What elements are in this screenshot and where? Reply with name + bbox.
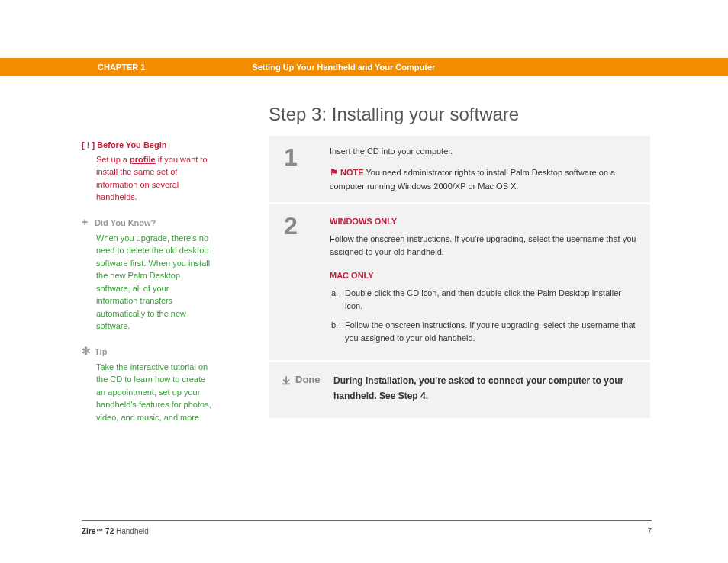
sidebar: [ ! ] Before You Begin Set up a profile … (82, 139, 211, 434)
alert-icon: [ ! ] (82, 140, 95, 150)
mac-a-text: Double-click the CD icon, and then doubl… (345, 287, 636, 313)
profile-link[interactable]: profile (130, 155, 156, 164)
dyk-heading: Did You Know? (95, 218, 156, 227)
did-you-know-block: + Did You Know? When you upgrade, there'… (82, 214, 211, 333)
windows-only-heading: WINDOWS ONLY (330, 215, 636, 228)
footer-product-rest: Handheld (114, 527, 149, 536)
steps-container: 1 Insert the CD into your computer. ⚑ NO… (269, 136, 650, 418)
windows-text: Follow the onscreen instructions. If you… (330, 233, 636, 259)
mac-item-a: a. Double-click the CD icon, and then do… (330, 287, 636, 313)
footer-page: 7 (647, 527, 652, 536)
letter-a: a. (331, 287, 345, 313)
tip-heading: Tip (95, 347, 107, 356)
mac-b-text: Follow the onscreen instructions. If you… (345, 319, 636, 345)
done-text: During installation, you're asked to con… (333, 373, 650, 404)
note-body: You need administrator rights to install… (330, 168, 615, 191)
footer-product-bold: Zire™ 72 (82, 527, 114, 536)
before-heading: Before You Begin (97, 140, 166, 150)
tip-block: ✻ Tip Take the interactive tutorial on t… (82, 343, 211, 424)
tip-text: Take the interactive tutorial on the CD … (96, 361, 211, 424)
asterisk-icon: ✻ (82, 343, 92, 359)
before-text: Set up a profile if you want to install … (96, 153, 211, 204)
letter-b: b. (331, 319, 345, 345)
done-arrow-icon (269, 373, 295, 387)
done-row: Done During installation, you're asked t… (269, 362, 650, 418)
done-label: Done (295, 373, 333, 385)
section-title: Setting Up Your Handheld and Your Comput… (252, 63, 435, 72)
step-2-number: 2 (269, 214, 330, 351)
page-title: Step 3: Installing your software (269, 104, 519, 125)
step-1-note: ⚑ NOTE You need administrator rights to … (330, 166, 636, 193)
note-label: NOTE (340, 168, 364, 177)
chapter-label: CHAPTER 1 (98, 63, 145, 72)
step-1-number: 1 (269, 145, 330, 193)
mac-item-b: b. Follow the onscreen instructions. If … (330, 319, 636, 345)
step-1-text: Insert the CD into your computer. (330, 145, 636, 158)
footer-product: Zire™ 72 Handheld (82, 527, 149, 536)
footer-divider (82, 520, 652, 521)
plus-icon: + (82, 214, 92, 230)
mac-only-heading: MAC ONLY (330, 269, 636, 282)
step-1: 1 Insert the CD into your computer. ⚑ NO… (269, 136, 650, 204)
step-2-content: WINDOWS ONLY Follow the onscreen instruc… (330, 214, 650, 351)
before-pre: Set up a (96, 155, 130, 164)
step-1-content: Insert the CD into your computer. ⚑ NOTE… (330, 145, 650, 193)
header-bar: CHAPTER 1 Setting Up Your Handheld and Y… (0, 58, 728, 76)
step-2: 2 WINDOWS ONLY Follow the onscreen instr… (269, 204, 650, 362)
before-you-begin-block: [ ! ] Before You Begin Set up a profile … (82, 139, 211, 204)
note-flag-icon: ⚑ (330, 167, 338, 178)
dyk-text: When you upgrade, there's no need to del… (96, 232, 211, 333)
